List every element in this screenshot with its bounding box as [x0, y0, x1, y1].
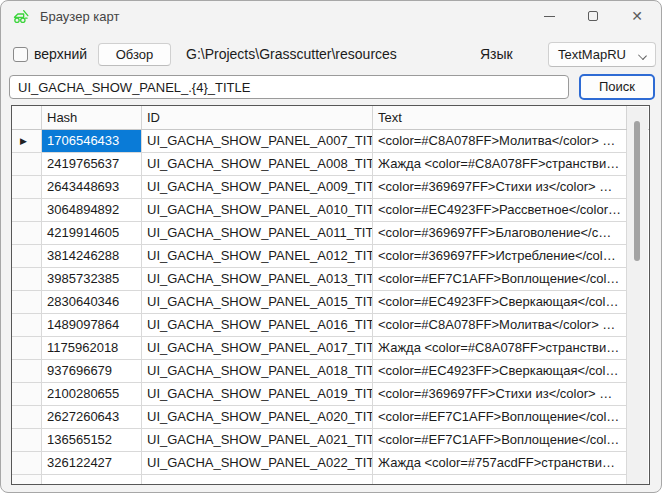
row-selector[interactable]	[12, 153, 42, 176]
topmost-checkbox[interactable]	[13, 47, 28, 62]
cell-text[interactable]: <color=#369697FF>Стихи из</color> …	[373, 383, 627, 406]
cell-hash[interactable]: 326122427	[42, 452, 142, 475]
table-row[interactable]: 1489097864 UI_GACHA_SHOW_PANEL_A016_TITL…	[12, 314, 649, 337]
cell-text[interactable]: <color=#EF7C1AFF>Воплощение</col…	[373, 429, 627, 452]
cell-id[interactable]: UI_GACHA_SHOW_PANEL_A013_TITLE	[142, 268, 373, 291]
row-selector[interactable]	[12, 176, 42, 199]
table-row[interactable]: 2643448693 UI_GACHA_SHOW_PANEL_A009_TITL…	[12, 176, 649, 199]
cell-hash[interactable]: 2100280655	[42, 383, 142, 406]
language-select-value: TextMapRU	[558, 47, 639, 62]
cell-text[interactable]: <color=#EF7C1AFF>Воплощение</col…	[373, 268, 627, 291]
cell-text[interactable]: <color=#EC4923FF>Рассветное</color…	[373, 199, 627, 222]
topmost-checkbox-label: верхний	[34, 46, 87, 62]
row-selector[interactable]	[12, 268, 42, 291]
row-selector[interactable]	[12, 360, 42, 383]
cell-id[interactable]: UI_GACHA_SHOW_PANEL_A020_TITLE	[142, 406, 373, 429]
cell-text[interactable]: <color=#EC4923FF>Сверкающая</col…	[373, 360, 627, 383]
column-header-id[interactable]: ID	[142, 106, 373, 129]
row-selector[interactable]	[12, 337, 42, 360]
row-selector[interactable]	[12, 199, 42, 222]
cell-text[interactable]: Жажда <color=#C8A078FF>странстви…	[373, 337, 627, 360]
browse-button[interactable]: Обзор	[98, 43, 171, 66]
maximize-icon	[588, 11, 598, 21]
cell-id[interactable]: UI_GACHA_SHOW_PANEL_A018_TITLE	[142, 360, 373, 383]
cell-hash[interactable]: 1706546433	[42, 130, 142, 153]
row-selector[interactable]	[12, 222, 42, 245]
row-selector[interactable]	[12, 314, 42, 337]
cell-id[interactable]: UI_GACHA_SHOW_PANEL_A007_TITLE	[142, 130, 373, 153]
language-select[interactable]: TextMapRU	[548, 42, 656, 67]
scrollbar-thumb[interactable]	[634, 121, 640, 261]
cell-hash[interactable]: 3814246288	[42, 245, 142, 268]
table-row[interactable]: 3814246288 UI_GACHA_SHOW_PANEL_A012_TITL…	[12, 245, 649, 268]
vertical-scrollbar[interactable]	[627, 107, 648, 485]
cell-hash[interactable]: 3064894892	[42, 199, 142, 222]
table-row[interactable]: 3985732385 UI_GACHA_SHOW_PANEL_A013_TITL…	[12, 268, 649, 291]
row-selector[interactable]	[12, 429, 42, 452]
title-bar[interactable]: Браузер карт ✕	[1, 1, 661, 31]
maximize-button[interactable]	[571, 1, 615, 31]
grasscutter-lawnmower-icon	[12, 8, 32, 25]
column-header-hash[interactable]: Hash	[42, 106, 142, 129]
app-window: Браузер карт ✕ верхний Обзор G:\Projects…	[0, 0, 662, 493]
cell-text[interactable]: <color=#369697FF>Истребление</col…	[373, 245, 627, 268]
cell-text[interactable]: <color=#EF7C1AFF>Воплощение</col…	[373, 406, 627, 429]
cell-text[interactable]: <color=#C8A078FF>Молитва</color> …	[373, 314, 627, 337]
cell-id[interactable]: UI_GACHA_SHOW_PANEL_A017_TITLE	[142, 337, 373, 360]
cell-id[interactable]: UI_GACHA_SHOW_PANEL_A010_TITLE	[142, 199, 373, 222]
minimize-button[interactable]	[527, 1, 571, 31]
cell-id[interactable]: UI_GACHA_SHOW_PANEL_A021_TITLE	[142, 429, 373, 452]
row-selector[interactable]	[12, 406, 42, 429]
table-row[interactable]: 326122427 UI_GACHA_SHOW_PANEL_A022_TITLE…	[12, 452, 649, 475]
table-row-placeholder	[12, 475, 649, 485]
search-input[interactable]	[9, 75, 569, 99]
cell-text[interactable]: <color=#369697FF>Стихи из</color> …	[373, 176, 627, 199]
cell-id[interactable]: UI_GACHA_SHOW_PANEL_A019_TITLE	[142, 383, 373, 406]
cell-hash[interactable]: 937696679	[42, 360, 142, 383]
table-row[interactable]: 937696679 UI_GACHA_SHOW_PANEL_A018_TITLE…	[12, 360, 649, 383]
row-selector[interactable]	[12, 245, 42, 268]
cell-id[interactable]: UI_GACHA_SHOW_PANEL_A011_TITLE	[142, 222, 373, 245]
table-row[interactable]: 4219914605 UI_GACHA_SHOW_PANEL_A011_TITL…	[12, 222, 649, 245]
cell-text[interactable]: <color=#C8A078FF>Молитва</color> …	[373, 130, 627, 153]
search-button[interactable]: Поиск	[579, 74, 655, 100]
table-row[interactable]: 3064894892 UI_GACHA_SHOW_PANEL_A010_TITL…	[12, 199, 649, 222]
cell-hash[interactable]: 4219914605	[42, 222, 142, 245]
cell-id[interactable]: UI_GACHA_SHOW_PANEL_A015_TITLE	[142, 291, 373, 314]
cell-hash[interactable]: 2643448693	[42, 176, 142, 199]
row-selector[interactable]	[12, 291, 42, 314]
table-row[interactable]: 2627260643 UI_GACHA_SHOW_PANEL_A020_TITL…	[12, 406, 649, 429]
cell-hash[interactable]: 2830640346	[42, 291, 142, 314]
cell-id[interactable]: UI_GACHA_SHOW_PANEL_A016_TITLE	[142, 314, 373, 337]
row-selector-header	[12, 106, 42, 129]
table-row[interactable]: ▶ 1706546433 UI_GACHA_SHOW_PANEL_A007_TI…	[12, 130, 649, 153]
table-row[interactable]: 2100280655 UI_GACHA_SHOW_PANEL_A019_TITL…	[12, 383, 649, 406]
cell-text[interactable]: Жажда <color=#C8A078FF>странстви…	[373, 153, 627, 176]
table-row[interactable]: 1175962018 UI_GACHA_SHOW_PANEL_A017_TITL…	[12, 337, 649, 360]
cell-text[interactable]: <color=#369697FF>Благоволение</c…	[373, 222, 627, 245]
cell-hash[interactable]: 136565152	[42, 429, 142, 452]
cell-hash[interactable]: 3985732385	[42, 268, 142, 291]
table-row[interactable]: 136565152 UI_GACHA_SHOW_PANEL_A021_TITLE…	[12, 429, 649, 452]
cell-id[interactable]: UI_GACHA_SHOW_PANEL_A008_TITLE	[142, 153, 373, 176]
cell-id[interactable]: UI_GACHA_SHOW_PANEL_A022_TITLE	[142, 452, 373, 475]
column-header-text[interactable]: Text	[373, 106, 627, 129]
cell-hash[interactable]: 1175962018	[42, 337, 142, 360]
cell-id[interactable]: UI_GACHA_SHOW_PANEL_A009_TITLE	[142, 176, 373, 199]
cell-text[interactable]: <color=#EC4923FF>Сверкающая</col…	[373, 291, 627, 314]
table-row[interactable]: 2830640346 UI_GACHA_SHOW_PANEL_A015_TITL…	[12, 291, 649, 314]
cell-hash[interactable]: 1489097864	[42, 314, 142, 337]
cell-hash[interactable]: 2419765637	[42, 153, 142, 176]
row-selector	[12, 475, 42, 485]
cell-hash[interactable]: 2627260643	[42, 406, 142, 429]
toolbar: верхний Обзор G:\Projects\Grasscutter\re…	[1, 41, 661, 69]
table-row[interactable]: 2419765637 UI_GACHA_SHOW_PANEL_A008_TITL…	[12, 153, 649, 176]
language-label: Язык	[480, 46, 513, 62]
row-selector[interactable]	[12, 452, 42, 475]
row-selector[interactable]	[12, 383, 42, 406]
cell-id[interactable]: UI_GACHA_SHOW_PANEL_A012_TITLE	[142, 245, 373, 268]
cell-text[interactable]: Жажда <color=#757acdFF>странстви…	[373, 452, 627, 475]
close-button[interactable]: ✕	[615, 1, 659, 31]
row-selector-indicator[interactable]: ▶	[12, 130, 42, 153]
resources-path: G:\Projects\Grasscutter\resources	[186, 46, 397, 62]
